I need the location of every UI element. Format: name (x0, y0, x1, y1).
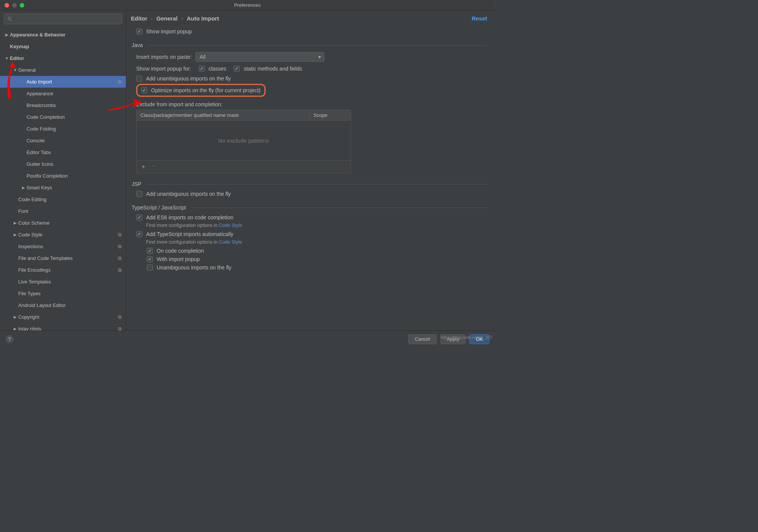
sidebar-item-copyright[interactable]: ▶Copyright⧉ (0, 311, 126, 323)
reset-link[interactable]: Reset (472, 15, 487, 22)
breadcrumb-editor[interactable]: Editor (131, 15, 147, 22)
sidebar-item-label: Inspections (18, 244, 43, 249)
insert-imports-select[interactable]: All (195, 52, 324, 62)
checkbox-icon (141, 87, 147, 93)
checkbox-icon (147, 256, 153, 262)
add-es6-checkbox[interactable]: Add ES6 imports on code completion (136, 214, 487, 220)
checkbox-icon (199, 66, 205, 72)
sidebar-item-appearance[interactable]: Appearance (0, 88, 126, 99)
sidebar-item-editor[interactable]: ▼Editor (0, 52, 126, 64)
window-titlebar: Preferences (0, 0, 495, 11)
sidebar-item-file-encodings[interactable]: File Encodings⧉ (0, 264, 126, 276)
sidebar: ▶Appearance & BehaviorKeymap▼Editor▼Gene… (0, 11, 126, 331)
sidebar-item-label: Editor (10, 55, 24, 61)
add-unambiguous-jsp-checkbox[interactable]: Add unambiguous imports on the fly (136, 191, 487, 197)
sidebar-item-label: Appearance & Behavior (10, 32, 66, 38)
sidebar-item-label: General (18, 67, 36, 73)
exclude-label: Exclude from import and completion: (136, 101, 487, 107)
project-scope-icon: ⧉ (118, 232, 121, 238)
cancel-button[interactable]: Cancel (408, 334, 436, 344)
sidebar-item-label: Font (18, 208, 28, 214)
sidebar-item-font[interactable]: Font (0, 205, 126, 217)
sidebar-item-console[interactable]: Console (0, 135, 126, 146)
sidebar-item-label: Breadcrumbs (27, 102, 56, 108)
add-ts-checkbox[interactable]: Add TypeScript imports automatically (136, 231, 487, 237)
sidebar-item-code-folding[interactable]: Code Folding (0, 123, 126, 135)
sidebar-item-label: Code Folding (27, 126, 56, 132)
chevron-right-icon: ▶ (12, 327, 18, 331)
sidebar-item-label: Postfix Completion (27, 173, 68, 179)
show-import-popup-label: Show import popup (146, 28, 192, 35)
sidebar-item-appearance-behavior[interactable]: ▶Appearance & Behavior (0, 29, 126, 41)
close-window-button[interactable] (5, 3, 9, 8)
watermark: https://blog.csdn.net/W_317 (441, 335, 492, 340)
breadcrumb-general[interactable]: General (156, 15, 178, 22)
sidebar-item-inspections[interactable]: Inspections⧉ (0, 241, 126, 252)
chevron-right-icon: ▶ (4, 33, 10, 37)
sidebar-item-live-templates[interactable]: Live Templates (0, 276, 126, 288)
sidebar-item-keymap[interactable]: Keymap (0, 41, 126, 52)
sidebar-item-label: Console (27, 138, 45, 143)
show-import-popup-row[interactable]: Show import popup (136, 28, 487, 35)
divider (148, 45, 487, 46)
sidebar-item-general[interactable]: ▼General (0, 64, 126, 76)
sidebar-item-gutter-icons[interactable]: Gutter Icons (0, 158, 126, 170)
sidebar-item-code-completion[interactable]: Code Completion (0, 111, 126, 123)
classes-checkbox[interactable]: classes (199, 66, 226, 72)
add-exclude-button[interactable]: ＋ (140, 163, 146, 171)
exclude-col-scope[interactable]: Scope (310, 110, 351, 120)
project-scope-icon: ⧉ (118, 314, 121, 320)
chevron-down-icon: ▼ (12, 68, 18, 72)
sidebar-item-editor-tabs[interactable]: Editor Tabs (0, 146, 126, 158)
checkbox-icon (136, 191, 142, 197)
on-code-completion-checkbox[interactable]: On code completion (147, 248, 487, 254)
chevron-right-icon: ▶ (12, 315, 18, 319)
checkbox-icon (147, 264, 153, 271)
optimize-imports-checkbox[interactable]: Optimize imports on the fly (for current… (141, 87, 261, 93)
sidebar-item-label: Code Completion (27, 114, 64, 120)
sidebar-item-auto-import[interactable]: Auto Import⧉ (0, 76, 126, 88)
divider (146, 184, 487, 184)
sidebar-item-postfix-completion[interactable]: Postfix Completion (0, 170, 126, 182)
project-scope-icon: ⧉ (118, 79, 121, 85)
maximize-window-button[interactable] (20, 3, 24, 8)
sidebar-item-android-layout-editor[interactable]: Android Layout Editor (0, 299, 126, 311)
sidebar-item-code-editing[interactable]: Code Editing (0, 194, 126, 205)
exclude-table: Class/package/member qualified name mask… (136, 110, 351, 173)
sidebar-item-code-style[interactable]: ▶Code Style⧉ (0, 229, 126, 241)
with-import-popup-checkbox[interactable]: With import popup (147, 256, 487, 262)
highlight-annotation: Optimize imports on the fly (for current… (136, 84, 266, 97)
sidebar-item-label: Code Editing (18, 197, 46, 202)
static-methods-checkbox[interactable]: static methods and fields (234, 66, 302, 72)
sidebar-item-color-scheme[interactable]: ▶Color Scheme (0, 217, 126, 229)
settings-tree: ▶Appearance & BehaviorKeymap▼Editor▼Gene… (0, 27, 126, 331)
sidebar-item-smart-keys[interactable]: ▶Smart Keys (0, 182, 126, 194)
sidebar-item-file-and-code-templates[interactable]: File and Code Templates⧉ (0, 252, 126, 264)
section-ts-title: TypeScript / JavaScript (132, 205, 186, 211)
add-unambiguous-java-checkbox[interactable]: Add unambiguous imports on the fly (136, 76, 487, 82)
chevron-right-icon: › (181, 16, 183, 21)
checkbox-icon (136, 76, 142, 82)
search-input[interactable] (4, 14, 122, 24)
sidebar-item-file-types[interactable]: File Types (0, 288, 126, 299)
unambiguous-ts-checkbox[interactable]: Unambiguous imports on the fly (147, 264, 487, 271)
checkbox-icon (136, 214, 142, 220)
help-button[interactable]: ? (5, 335, 14, 343)
code-style-link[interactable]: Code Style (219, 223, 242, 228)
hint-ts: Find more configuration options in Code … (146, 239, 487, 245)
sidebar-item-label: File Types (18, 291, 41, 296)
chevron-right-icon: ▶ (12, 221, 18, 225)
breadcrumb-auto-import: Auto Import (187, 15, 219, 22)
sidebar-item-breadcrumbs[interactable]: Breadcrumbs (0, 99, 126, 111)
remove-exclude-button[interactable]: − (152, 163, 155, 171)
sidebar-item-label: Gutter Icons (27, 161, 53, 167)
section-jsp-title: JSP (132, 181, 142, 187)
exclude-col-name[interactable]: Class/package/member qualified name mask (137, 110, 310, 120)
sidebar-item-inlay-hints[interactable]: ▶Inlay Hints⧉ (0, 323, 126, 331)
chevron-right-icon: › (151, 16, 153, 21)
code-style-link[interactable]: Code Style (219, 239, 242, 245)
minimize-window-button[interactable] (12, 3, 17, 8)
svg-line-1 (11, 20, 12, 21)
project-scope-icon: ⧉ (118, 267, 121, 273)
dialog-footer: ? Cancel Apply OK (0, 331, 495, 347)
